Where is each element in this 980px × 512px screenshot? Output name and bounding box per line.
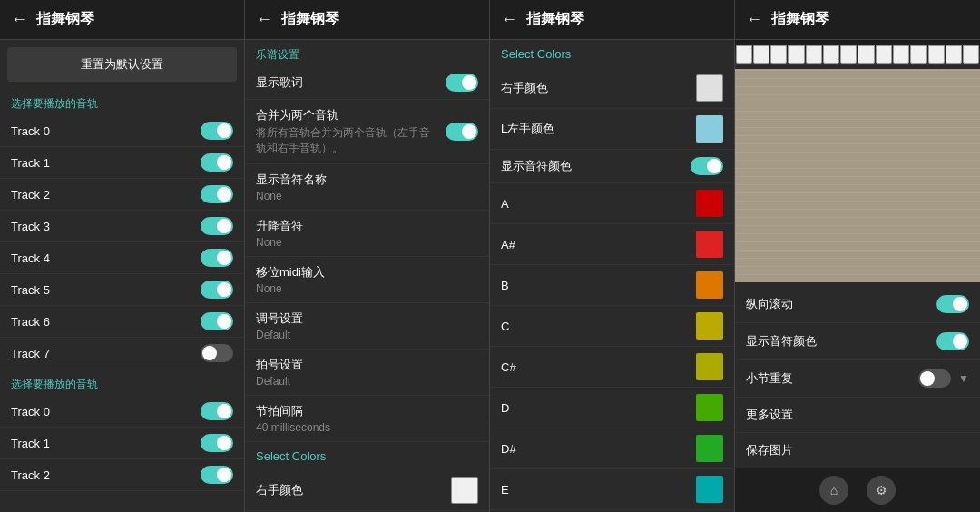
color-swatch-Csharp[interactable] <box>696 353 723 380</box>
back-arrow-4[interactable]: ← <box>746 10 762 29</box>
right-hand-swatch-p3[interactable] <box>696 74 723 102</box>
table-row: Track 0 <box>0 115 244 147</box>
bar-repeat-toggle[interactable] <box>918 369 951 388</box>
setting-merge-tracks: 合并为两个音轨 将所有音轨合并为两个音轨（左手音轨和右手音轨）。 <box>245 100 489 164</box>
select-colors-heading-p2: Select Colors <box>245 442 489 470</box>
right-hand-swatch-p2[interactable] <box>451 477 478 504</box>
table-row: Track 4 <box>0 242 244 274</box>
more-settings-row[interactable]: 更多设置 <box>735 398 980 433</box>
left-hand-swatch-p3[interactable] <box>696 115 723 143</box>
bar-repeat-setting: 小节重复 ▼ <box>735 360 980 398</box>
show-note-color-toggle[interactable] <box>691 157 723 175</box>
merge-tracks-toggle[interactable] <box>446 123 478 141</box>
color-Asharp[interactable]: A# <box>490 224 734 265</box>
color-swatch-Dsharp[interactable] <box>696 435 723 462</box>
sheet-music-area <box>735 69 980 282</box>
color-swatch-C[interactable] <box>696 312 723 340</box>
piano-key-white[interactable] <box>806 45 822 64</box>
back-arrow-2[interactable]: ← <box>256 10 272 29</box>
panel4-header: ← 指舞钢琴 <box>735 0 980 40</box>
piano-key-white[interactable] <box>823 45 839 64</box>
color-E[interactable]: E <box>490 469 734 510</box>
right-hand-color-p3[interactable]: 右手颜色 <box>490 68 734 109</box>
panel3-header: ← 指舞钢琴 <box>490 0 734 40</box>
piano-key-white[interactable] <box>963 45 979 64</box>
table-row: Track 7 <box>0 338 244 369</box>
panel-settings: ← 指舞钢琴 乐谱设置 显示歌词 合并为两个音轨 将所有音轨合并为两个音轨（左手… <box>245 0 490 512</box>
color-C[interactable]: C <box>490 306 734 347</box>
home-icon[interactable]: ⌂ <box>819 476 848 505</box>
color-swatch-Asharp[interactable] <box>696 231 723 258</box>
track1-toggle[interactable] <box>201 153 233 172</box>
table-row: Track 2 <box>0 179 244 211</box>
piano-key-white[interactable] <box>788 45 804 64</box>
table-row: Track 1 <box>0 428 244 459</box>
piano-keys-bar <box>735 40 980 65</box>
track-list-1: Track 0 Track 1 Track 2 Track 3 Track 4 … <box>0 115 244 369</box>
left-hand-color-p3[interactable]: L左手颜色 <box>490 109 734 150</box>
settings-icon[interactable]: ⚙ <box>867 476 896 505</box>
panel1-section2-heading: 选择要播放的音轨 <box>0 369 244 396</box>
track2-toggle[interactable] <box>201 185 233 203</box>
show-lyrics-toggle[interactable] <box>446 74 478 92</box>
back-arrow-3[interactable]: ← <box>501 10 517 29</box>
table-row: Track 0 <box>0 396 244 428</box>
piano-key-white[interactable] <box>946 45 962 64</box>
panel4-settings: 纵向滚动 显示音符颜色 小节重复 ▼ 更多设置 保存图片 <box>735 286 980 468</box>
setting-key-sig: 调号设置 Default <box>245 303 489 350</box>
piano-key-white[interactable] <box>736 45 752 64</box>
track1b-toggle[interactable] <box>201 434 233 452</box>
reset-button[interactable]: 重置为默认设置 <box>7 47 237 82</box>
color-swatch-B[interactable] <box>696 271 723 299</box>
panel2-content: 乐谱设置 显示歌词 合并为两个音轨 将所有音轨合并为两个音轨（左手音轨和右手音轨… <box>245 40 489 512</box>
panel3-content: Select Colors 右手颜色 L左手颜色 显示音符颜色 A A# B C <box>490 40 734 512</box>
music-settings-heading: 乐谱设置 <box>245 40 489 66</box>
track4-toggle[interactable] <box>201 249 233 267</box>
color-Csharp[interactable]: C# <box>490 347 734 388</box>
panel-tracks: ← 指舞钢琴 重置为默认设置 选择要播放的音轨 Track 0 Track 1 … <box>0 0 245 512</box>
piano-key-white[interactable] <box>753 45 769 64</box>
color-Dsharp[interactable]: D# <box>490 428 734 469</box>
setting-sharp-flat: 升降音符 None <box>245 211 489 257</box>
color-D[interactable]: D <box>490 388 734 428</box>
setting-time-sig: 拍号设置 Default <box>245 350 489 396</box>
show-note-color-setting-p4: 显示音符颜色 <box>735 323 980 360</box>
back-arrow-1[interactable]: ← <box>11 10 27 29</box>
table-row: Track 5 <box>0 274 244 306</box>
right-hand-color-p2[interactable]: 右手颜色 <box>245 470 489 511</box>
panel1-content: 重置为默认设置 选择要播放的音轨 Track 0 Track 1 Track 2… <box>0 40 244 512</box>
table-row: Track 2 <box>0 459 244 491</box>
sheet-music-visual <box>735 69 980 282</box>
color-swatch-E[interactable] <box>696 476 723 503</box>
piano-key-white[interactable] <box>893 45 909 64</box>
vertical-scroll-toggle[interactable] <box>936 295 969 313</box>
track0-toggle[interactable] <box>201 122 233 140</box>
panel1-section1-heading: 选择要播放的音轨 <box>0 89 244 115</box>
setting-note-names: 显示音符名称 None <box>245 164 489 211</box>
piano-key-white[interactable] <box>858 45 874 64</box>
track5-toggle[interactable] <box>201 281 233 299</box>
setting-beat-interval: 节拍间隔 40 milliseconds <box>245 396 489 442</box>
color-B[interactable]: B <box>490 265 734 306</box>
show-note-color-toggle-p4[interactable] <box>936 332 969 350</box>
piano-key-white[interactable] <box>770 45 787 64</box>
vertical-scroll-setting: 纵向滚动 <box>735 286 980 323</box>
panel1-title: 指舞钢琴 <box>36 10 94 29</box>
color-swatch-A[interactable] <box>696 190 723 217</box>
track6-toggle[interactable] <box>201 312 233 330</box>
track3-toggle[interactable] <box>201 217 233 235</box>
piano-key-white[interactable] <box>876 45 892 64</box>
setting-midi-shift: 移位midi输入 None <box>245 257 489 303</box>
track0b-toggle[interactable] <box>201 402 233 420</box>
piano-key-white[interactable] <box>840 45 857 64</box>
show-note-color-setting: 显示音符颜色 <box>490 150 734 183</box>
panel3-title: 指舞钢琴 <box>526 10 584 29</box>
save-image-row[interactable]: 保存图片 <box>735 433 980 468</box>
color-swatch-D[interactable] <box>696 394 723 421</box>
piano-key-white[interactable] <box>910 45 926 64</box>
track2b-toggle[interactable] <box>201 466 233 484</box>
panel-extra: ← 指舞钢琴 纵向滚动 显示音符颜色 小节重复 <box>735 0 980 512</box>
color-A[interactable]: A <box>490 183 734 224</box>
piano-key-white[interactable] <box>928 45 945 64</box>
track7-toggle[interactable] <box>201 344 233 362</box>
